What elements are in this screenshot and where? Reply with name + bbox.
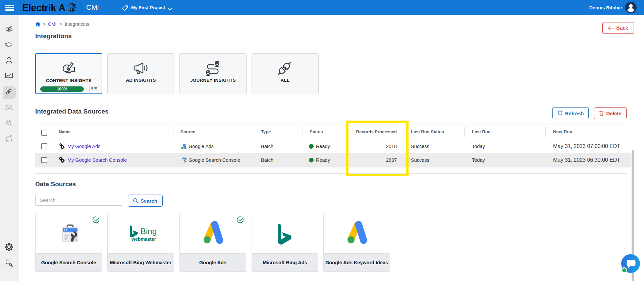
- svg-text:Bing: Bing: [141, 227, 157, 236]
- svg-text:webmaster: webmaster: [131, 236, 156, 242]
